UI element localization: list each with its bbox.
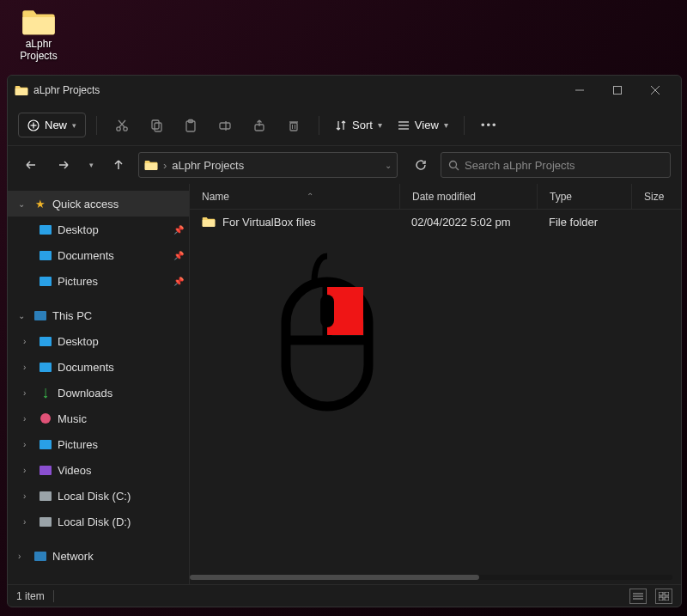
sort-button[interactable]: Sort ▾	[330, 115, 387, 135]
navigation-sidebar[interactable]: ⌄ ★ Quick access › Desktop 📌 › Documents…	[8, 184, 190, 584]
file-row[interactable]: For VirtualBox files 02/04/2022 5:02 pm …	[190, 210, 681, 234]
chevron-right-icon: ›	[23, 466, 33, 475]
minimize-button[interactable]	[561, 77, 599, 103]
desktop-folder[interactable]: aLphr Projects	[13, 7, 64, 63]
sidebar-item-this-pc[interactable]: ⌄ This PC	[8, 302, 189, 328]
sidebar-item-label: Videos	[58, 464, 92, 477]
sidebar-item-pc-music[interactable]: › Music	[8, 406, 189, 431]
arrow-up-icon	[112, 159, 125, 171]
star-icon: ★	[33, 197, 47, 210]
chevron-down-icon: ▾	[72, 121, 76, 130]
disk-icon	[39, 515, 52, 528]
column-header-date[interactable]: Date modified	[399, 184, 537, 209]
svg-point-25	[450, 161, 457, 168]
up-button[interactable]	[106, 152, 131, 178]
documents-icon	[39, 248, 52, 262]
pin-icon: 📌	[173, 225, 184, 235]
sidebar-item-label: Desktop	[58, 335, 99, 348]
svg-rect-1	[614, 87, 622, 95]
sidebar-item-pictures[interactable]: › Pictures 📌	[8, 268, 189, 294]
sidebar-item-pc-pictures[interactable]: › Pictures	[8, 431, 189, 457]
copy-icon	[149, 119, 163, 132]
sidebar-item-label: Desktop	[58, 223, 99, 236]
chevron-right-icon: ›	[23, 388, 33, 398]
share-icon	[252, 119, 266, 132]
disk-icon	[39, 489, 52, 503]
pc-icon	[33, 308, 47, 322]
refresh-button[interactable]	[408, 152, 434, 178]
sidebar-item-pc-documents[interactable]: › Documents	[8, 354, 189, 380]
sidebar-item-label: Music	[58, 412, 87, 425]
plus-circle-icon	[27, 119, 40, 131]
horizontal-scrollbar[interactable]	[190, 574, 672, 581]
sidebar-item-local-disk-d[interactable]: › Local Disk (D:)	[8, 509, 189, 534]
sidebar-item-label: This PC	[52, 309, 92, 322]
svg-rect-36	[659, 597, 663, 601]
column-header-type[interactable]: Type	[537, 184, 631, 209]
network-icon	[33, 549, 47, 563]
maximize-icon	[613, 86, 622, 95]
search-input[interactable]	[465, 159, 663, 172]
sidebar-item-documents[interactable]: › Documents 📌	[8, 242, 189, 268]
details-view-button[interactable]	[629, 589, 647, 604]
scrollbar-thumb[interactable]	[190, 575, 479, 580]
forward-button[interactable]	[51, 152, 76, 178]
chevron-right-icon: ›	[18, 552, 28, 561]
command-toolbar: New ▾ Sort ▾ View ▾	[8, 105, 681, 146]
sidebar-item-network[interactable]: › Network	[8, 543, 189, 569]
rename-icon	[218, 119, 232, 132]
cut-button[interactable]	[107, 111, 137, 140]
sidebar-item-quick-access[interactable]: ⌄ ★ Quick access	[8, 191, 189, 217]
thumbnails-view-button[interactable]	[655, 589, 672, 604]
folder-icon	[202, 216, 216, 228]
sidebar-item-desktop[interactable]: › Desktop 📌	[8, 217, 189, 242]
sidebar-item-pc-videos[interactable]: › Videos	[8, 457, 189, 483]
sort-icon	[335, 119, 347, 131]
minimize-icon	[575, 86, 584, 95]
column-header-size[interactable]: Size	[631, 184, 681, 209]
view-button[interactable]: View ▾	[392, 115, 453, 135]
more-button[interactable]: •••	[475, 111, 504, 140]
recent-locations-button[interactable]: ▾	[83, 152, 99, 178]
desktop-icon	[39, 334, 52, 348]
svg-point-8	[124, 126, 127, 130]
column-headers: Name ⌃ Date modified Type Size	[190, 184, 681, 210]
sort-ascending-icon: ⌃	[307, 192, 399, 201]
sidebar-item-label: Pictures	[58, 438, 98, 451]
column-header-name[interactable]: Name ⌃	[190, 191, 399, 203]
close-button[interactable]	[636, 77, 674, 103]
view-icon	[398, 119, 410, 131]
pictures-icon	[39, 274, 52, 288]
svg-rect-37	[665, 597, 669, 601]
sidebar-item-pc-downloads[interactable]: › ⭣ Downloads	[8, 380, 189, 406]
item-count: 1 item	[16, 590, 45, 602]
breadcrumb[interactable]: aLphr Projects	[172, 159, 244, 172]
titlebar[interactable]: aLphr Projects	[8, 76, 681, 105]
new-button-label: New	[45, 119, 67, 131]
maximize-button[interactable]	[599, 77, 636, 103]
sidebar-item-label: Local Disk (C:)	[58, 490, 131, 503]
svg-point-7	[117, 126, 120, 130]
chevron-right-icon: ›	[23, 363, 33, 372]
chevron-down-icon: ⌄	[18, 311, 28, 320]
window-title: aLphr Projects	[33, 84, 100, 96]
share-button[interactable]	[245, 111, 274, 140]
file-list-pane[interactable]: Name ⌃ Date modified Type Size For Virtu…	[190, 184, 681, 584]
chevron-right-icon: ›	[23, 440, 33, 449]
ellipsis-icon: •••	[481, 119, 498, 131]
sidebar-item-pc-desktop[interactable]: › Desktop	[8, 328, 189, 354]
paste-button[interactable]	[176, 111, 205, 140]
sidebar-item-local-disk-c[interactable]: › Local Disk (C:)	[8, 483, 189, 509]
copy-button[interactable]	[142, 111, 171, 140]
chevron-down-icon[interactable]: ⌄	[385, 161, 392, 170]
delete-button[interactable]	[279, 111, 308, 140]
new-button[interactable]: New ▾	[18, 113, 86, 137]
svg-line-10	[119, 120, 125, 127]
search-box[interactable]	[441, 152, 671, 178]
music-icon	[39, 412, 52, 425]
sidebar-item-label: Quick access	[52, 198, 119, 210]
rename-button[interactable]	[210, 111, 240, 140]
back-button[interactable]	[18, 152, 44, 178]
address-bar[interactable]: › aLphr Projects ⌄	[138, 152, 398, 178]
svg-rect-12	[155, 123, 161, 131]
